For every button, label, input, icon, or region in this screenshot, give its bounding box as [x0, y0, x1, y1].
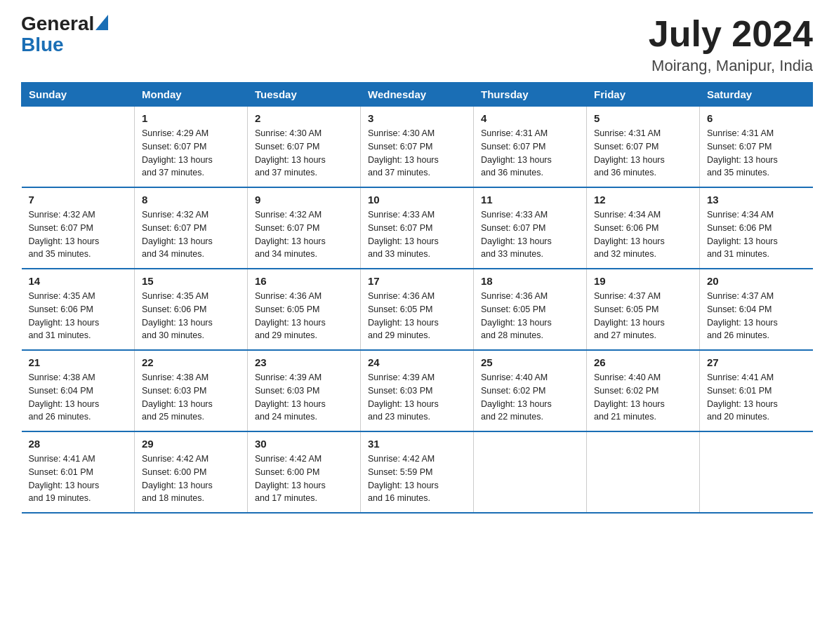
day-info: Sunrise: 4:37 AM Sunset: 6:04 PM Dayligh… [707, 290, 806, 342]
month-title: July 2024 [649, 14, 813, 54]
calendar-cell: 29Sunrise: 4:42 AM Sunset: 6:00 PM Dayli… [135, 431, 248, 513]
day-number: 20 [707, 275, 806, 287]
day-number: 30 [255, 438, 353, 450]
day-number: 2 [255, 112, 353, 124]
day-number: 16 [255, 275, 353, 287]
day-info: Sunrise: 4:41 AM Sunset: 6:01 PM Dayligh… [707, 371, 806, 424]
day-info: Sunrise: 4:31 AM Sunset: 6:07 PM Dayligh… [707, 127, 806, 180]
day-info: Sunrise: 4:40 AM Sunset: 6:02 PM Dayligh… [594, 371, 692, 424]
calendar-week-2: 7Sunrise: 4:32 AM Sunset: 6:07 PM Daylig… [22, 187, 813, 269]
calendar-cell: 14Sunrise: 4:35 AM Sunset: 6:06 PM Dayli… [22, 269, 135, 350]
day-number: 28 [29, 438, 128, 450]
day-info: Sunrise: 4:36 AM Sunset: 6:05 PM Dayligh… [481, 290, 579, 342]
calendar-cell: 30Sunrise: 4:42 AM Sunset: 6:00 PM Dayli… [248, 431, 361, 513]
calendar-cell: 18Sunrise: 4:36 AM Sunset: 6:05 PM Dayli… [474, 269, 587, 350]
day-number: 27 [707, 356, 806, 368]
day-number: 4 [481, 112, 579, 124]
day-header-saturday: Saturday [700, 83, 813, 107]
day-number: 6 [707, 112, 806, 124]
calendar-cell: 20Sunrise: 4:37 AM Sunset: 6:04 PM Dayli… [700, 269, 813, 350]
day-number: 18 [481, 275, 579, 287]
day-info: Sunrise: 4:35 AM Sunset: 6:06 PM Dayligh… [142, 290, 240, 342]
calendar-cell: 16Sunrise: 4:36 AM Sunset: 6:05 PM Dayli… [248, 269, 361, 350]
calendar-cell: 15Sunrise: 4:35 AM Sunset: 6:06 PM Dayli… [135, 269, 248, 350]
calendar-cell: 9Sunrise: 4:32 AM Sunset: 6:07 PM Daylig… [248, 187, 361, 269]
day-number: 13 [707, 194, 806, 206]
logo: General Blue [21, 14, 110, 56]
day-number: 11 [481, 194, 579, 206]
calendar-cell: 31Sunrise: 4:42 AM Sunset: 5:59 PM Dayli… [361, 431, 474, 513]
calendar-cell: 11Sunrise: 4:33 AM Sunset: 6:07 PM Dayli… [474, 187, 587, 269]
day-header-tuesday: Tuesday [248, 83, 361, 107]
day-info: Sunrise: 4:31 AM Sunset: 6:07 PM Dayligh… [594, 127, 692, 180]
logo-general-text: General [21, 14, 94, 34]
day-number: 25 [481, 356, 579, 368]
day-info: Sunrise: 4:30 AM Sunset: 6:07 PM Dayligh… [255, 127, 353, 180]
day-header-monday: Monday [135, 83, 248, 107]
day-number: 3 [368, 112, 466, 124]
calendar-week-1: 1Sunrise: 4:29 AM Sunset: 6:07 PM Daylig… [22, 107, 813, 188]
day-info: Sunrise: 4:30 AM Sunset: 6:07 PM Dayligh… [368, 127, 466, 180]
day-number: 14 [29, 275, 128, 287]
day-header-sunday: Sunday [22, 83, 135, 107]
day-info: Sunrise: 4:41 AM Sunset: 6:01 PM Dayligh… [29, 452, 128, 505]
calendar-cell: 21Sunrise: 4:38 AM Sunset: 6:04 PM Dayli… [22, 350, 135, 431]
day-number: 29 [142, 438, 240, 450]
day-info: Sunrise: 4:42 AM Sunset: 6:00 PM Dayligh… [142, 452, 240, 505]
day-number: 31 [368, 438, 466, 450]
day-number: 19 [594, 275, 692, 287]
day-info: Sunrise: 4:42 AM Sunset: 5:59 PM Dayligh… [368, 452, 466, 505]
day-number: 1 [142, 112, 240, 124]
calendar-cell: 24Sunrise: 4:39 AM Sunset: 6:03 PM Dayli… [361, 350, 474, 431]
calendar-cell [474, 431, 587, 513]
day-info: Sunrise: 4:39 AM Sunset: 6:03 PM Dayligh… [368, 371, 466, 424]
day-info: Sunrise: 4:33 AM Sunset: 6:07 PM Dayligh… [481, 208, 579, 261]
day-number: 5 [594, 112, 692, 124]
calendar-week-5: 28Sunrise: 4:41 AM Sunset: 6:01 PM Dayli… [22, 431, 813, 513]
calendar-header: SundayMondayTuesdayWednesdayThursdayFrid… [22, 83, 813, 107]
calendar-cell: 8Sunrise: 4:32 AM Sunset: 6:07 PM Daylig… [135, 187, 248, 269]
calendar-cell: 10Sunrise: 4:33 AM Sunset: 6:07 PM Dayli… [361, 187, 474, 269]
day-number: 23 [255, 356, 353, 368]
day-number: 26 [594, 356, 692, 368]
day-info: Sunrise: 4:35 AM Sunset: 6:06 PM Dayligh… [29, 290, 128, 342]
calendar-cell: 26Sunrise: 4:40 AM Sunset: 6:02 PM Dayli… [587, 350, 700, 431]
day-info: Sunrise: 4:38 AM Sunset: 6:03 PM Dayligh… [142, 371, 240, 424]
day-header-wednesday: Wednesday [361, 83, 474, 107]
calendar-cell: 23Sunrise: 4:39 AM Sunset: 6:03 PM Dayli… [248, 350, 361, 431]
day-number: 9 [255, 194, 353, 206]
day-number: 24 [368, 356, 466, 368]
day-info: Sunrise: 4:37 AM Sunset: 6:05 PM Dayligh… [594, 290, 692, 342]
day-info: Sunrise: 4:34 AM Sunset: 6:06 PM Dayligh… [707, 208, 806, 261]
calendar-cell [700, 431, 813, 513]
day-info: Sunrise: 4:32 AM Sunset: 6:07 PM Dayligh… [255, 208, 353, 261]
day-number: 7 [29, 194, 128, 206]
calendar-table: SundayMondayTuesdayWednesdayThursdayFrid… [21, 82, 813, 514]
day-info: Sunrise: 4:40 AM Sunset: 6:02 PM Dayligh… [481, 371, 579, 424]
day-info: Sunrise: 4:29 AM Sunset: 6:07 PM Dayligh… [142, 127, 240, 180]
calendar-cell: 4Sunrise: 4:31 AM Sunset: 6:07 PM Daylig… [474, 107, 587, 188]
calendar-cell: 6Sunrise: 4:31 AM Sunset: 6:07 PM Daylig… [700, 107, 813, 188]
calendar-cell: 13Sunrise: 4:34 AM Sunset: 6:06 PM Dayli… [700, 187, 813, 269]
calendar-cell [22, 107, 135, 188]
calendar-cell: 25Sunrise: 4:40 AM Sunset: 6:02 PM Dayli… [474, 350, 587, 431]
location-title: Moirang, Manipur, India [649, 57, 813, 75]
calendar-cell [587, 431, 700, 513]
calendar-cell: 19Sunrise: 4:37 AM Sunset: 6:05 PM Dayli… [587, 269, 700, 350]
day-info: Sunrise: 4:32 AM Sunset: 6:07 PM Dayligh… [142, 208, 240, 261]
calendar-cell: 2Sunrise: 4:30 AM Sunset: 6:07 PM Daylig… [248, 107, 361, 188]
calendar-cell: 28Sunrise: 4:41 AM Sunset: 6:01 PM Dayli… [22, 431, 135, 513]
day-number: 22 [142, 356, 240, 368]
calendar-cell: 27Sunrise: 4:41 AM Sunset: 6:01 PM Dayli… [700, 350, 813, 431]
calendar-cell: 22Sunrise: 4:38 AM Sunset: 6:03 PM Dayli… [135, 350, 248, 431]
calendar-cell: 7Sunrise: 4:32 AM Sunset: 6:07 PM Daylig… [22, 187, 135, 269]
day-info: Sunrise: 4:31 AM Sunset: 6:07 PM Dayligh… [481, 127, 579, 180]
day-number: 21 [29, 356, 128, 368]
day-info: Sunrise: 4:32 AM Sunset: 6:07 PM Dayligh… [29, 208, 128, 261]
page-header: General Blue July 2024 Moirang, Manipur,… [21, 14, 813, 75]
day-number: 15 [142, 275, 240, 287]
calendar-cell: 17Sunrise: 4:36 AM Sunset: 6:05 PM Dayli… [361, 269, 474, 350]
day-info: Sunrise: 4:33 AM Sunset: 6:07 PM Dayligh… [368, 208, 466, 261]
calendar-cell: 5Sunrise: 4:31 AM Sunset: 6:07 PM Daylig… [587, 107, 700, 188]
calendar-week-4: 21Sunrise: 4:38 AM Sunset: 6:04 PM Dayli… [22, 350, 813, 431]
